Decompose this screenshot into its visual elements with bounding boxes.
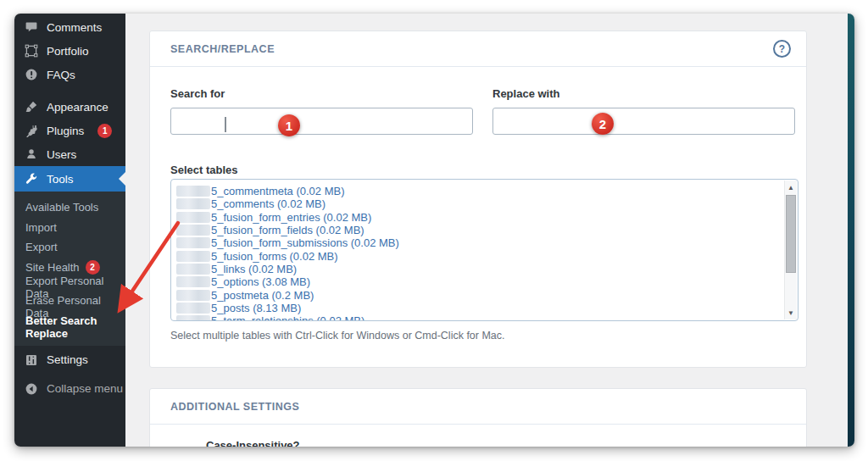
scroll-down-icon[interactable]: ▼: [785, 307, 797, 319]
submenu-item-export[interactable]: Export: [14, 237, 125, 258]
portfolio-icon: [24, 43, 39, 58]
replace-with-field-group: Replace with: [492, 87, 795, 135]
sidebar-item-tools[interactable]: Tools: [14, 166, 125, 192]
sidebar-item-label: Settings: [47, 353, 88, 366]
redacted-prefix: [176, 212, 210, 223]
collapse-icon: [24, 381, 39, 397]
panel-header: SEARCH/REPLACE ?: [150, 31, 806, 67]
redacted-prefix: [176, 303, 210, 314]
panel-title: SEARCH/REPLACE: [170, 43, 275, 55]
submenu-item-better-search-replace[interactable]: Better Search Replace: [14, 317, 125, 337]
users-icon: [24, 147, 39, 162]
sidebar-item-settings[interactable]: Settings: [14, 348, 125, 372]
redacted-prefix: [176, 315, 210, 321]
panel-header: ADDITIONAL SETTINGS: [150, 389, 806, 425]
select-tables-label: Select tables: [170, 164, 238, 176]
site-health-badge: 2: [86, 260, 100, 275]
panel-title: ADDITIONAL SETTINGS: [170, 401, 299, 413]
redacted-prefix: [176, 251, 210, 262]
settings-icon: [24, 353, 39, 368]
table-option[interactable]: 5_options (3.08 MB): [176, 275, 798, 288]
table-option[interactable]: 5_fusion_forms (0.02 MB): [176, 249, 798, 262]
redacted-prefix: [176, 290, 210, 301]
scroll-up-icon[interactable]: ▲: [785, 181, 797, 193]
table-option[interactable]: 5_comments (0.02 MB): [176, 197, 798, 210]
replace-with-label: Replace with: [492, 87, 795, 100]
plugins-icon: [24, 123, 39, 138]
wordpress-admin-screenshot: Comments Portfolio: [14, 14, 854, 447]
case-insensitive-label: Case-Insensitive?: [206, 439, 300, 447]
redacted-prefix: [176, 237, 210, 248]
tables-help-text: Select multiple tables with Ctrl-Click f…: [170, 330, 505, 342]
sidebar-item-plugins[interactable]: Plugins 1: [14, 119, 125, 142]
scrollbar[interactable]: ▲ ▼: [784, 181, 797, 319]
table-option[interactable]: 5_postmeta (0.2 MB): [176, 288, 798, 301]
admin-content-area: SEARCH/REPLACE ? Search for Replace with…: [125, 14, 848, 447]
table-option[interactable]: 5_posts (8.13 MB): [176, 302, 798, 314]
sidebar-item-label: Collapse menu: [47, 382, 123, 395]
redacted-prefix: [176, 264, 210, 275]
help-icon[interactable]: ?: [773, 40, 791, 58]
search-for-field-group: Search for: [170, 87, 473, 135]
sidebar-item-faqs[interactable]: FAQs: [14, 63, 125, 86]
sidebar-item-label: FAQs: [47, 69, 75, 81]
sidebar-item-comments[interactable]: Comments: [14, 15, 125, 39]
sidebar-item-portfolio[interactable]: Portfolio: [14, 39, 125, 63]
sidebar-item-label: Users: [47, 148, 76, 161]
active-item-notch: [119, 172, 125, 186]
table-option[interactable]: 5_links (0.02 MB): [176, 263, 798, 275]
search-for-label: Search for: [170, 87, 473, 100]
sidebar-item-label: Portfolio: [47, 45, 89, 58]
redacted-prefix: [176, 198, 210, 209]
tables-multiselect[interactable]: 5_commentmeta (0.02 MB) 5_comments (0.02…: [170, 179, 798, 321]
table-option[interactable]: 5_term_relationships (0.02 MB): [176, 314, 798, 321]
admin-sidebar: Comments Portfolio: [14, 14, 125, 447]
comments-icon: [24, 19, 39, 35]
tools-submenu: Available Tools Import Export Site Healt…: [14, 192, 125, 346]
sidebar-item-label: Comments: [47, 21, 102, 34]
sidebar-item-label: Appearance: [47, 101, 108, 114]
search-for-input[interactable]: [170, 108, 473, 135]
text-cursor: [225, 117, 226, 132]
plugins-update-badge: 1: [97, 124, 112, 138]
replace-with-input[interactable]: [492, 108, 795, 135]
redacted-prefix: [176, 276, 210, 287]
table-option[interactable]: 5_fusion_form_fields (0.02 MB): [176, 224, 798, 236]
window-edge-strip: [848, 14, 854, 447]
table-option[interactable]: 5_fusion_form_entries (0.02 MB): [176, 211, 798, 224]
additional-settings-panel: ADDITIONAL SETTINGS Case-Insensitive?: [149, 388, 807, 447]
submenu-item-available-tools[interactable]: Available Tools: [14, 197, 125, 218]
sidebar-item-appearance[interactable]: Appearance: [14, 95, 125, 119]
submenu-item-import[interactable]: Import: [14, 218, 125, 238]
redacted-prefix: [176, 186, 210, 197]
table-option[interactable]: 5_fusion_form_submissions (0.02 MB): [176, 236, 798, 249]
scrollbar-thumb[interactable]: [786, 195, 796, 273]
appearance-icon: [24, 99, 39, 114]
sidebar-item-label: Tools: [47, 173, 74, 186]
collapse-menu-button[interactable]: Collapse menu: [14, 377, 125, 401]
annotation-badge-1: 1: [278, 114, 300, 136]
table-option[interactable]: 5_commentmeta (0.02 MB): [176, 185, 798, 197]
sidebar-item-users[interactable]: Users: [14, 142, 125, 166]
annotation-badge-2: 2: [592, 113, 614, 135]
faqs-icon: [24, 67, 39, 82]
redacted-prefix: [176, 225, 210, 236]
tools-icon: [24, 171, 39, 186]
search-replace-panel: SEARCH/REPLACE ? Search for Replace with…: [149, 31, 807, 368]
sidebar-item-label: Plugins: [47, 125, 84, 137]
